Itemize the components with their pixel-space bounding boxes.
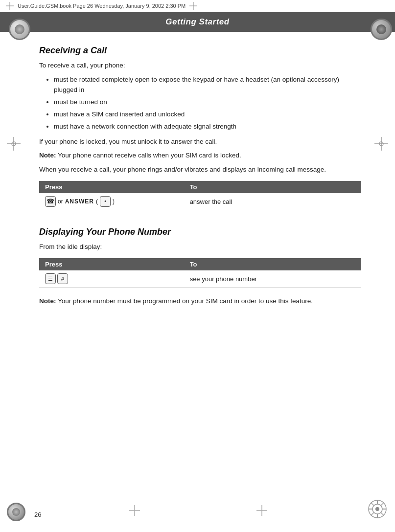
svg-point-12	[375, 507, 379, 511]
press-table-1: Press To ☎ or ANSWER ( • )	[39, 181, 361, 210]
section1-vibrate-text: When you receive a call, your phone ring…	[39, 165, 361, 175]
section1-intro: To receive a call, your phone:	[39, 61, 361, 71]
bullet-item: must be rotated completely open to expos…	[54, 75, 361, 95]
gear-icon-bottom-right	[367, 498, 388, 520]
header-band: Getting Started	[0, 12, 395, 32]
bullet-item: must have a SIM card inserted and unlock…	[54, 110, 361, 120]
ornament-mid-right	[374, 137, 388, 152]
page-container: User.Guide.GSM.book Page 26 Wednesday, J…	[0, 0, 395, 532]
ornament-top-right	[371, 19, 386, 34]
table1-col2-header: To	[184, 181, 361, 193]
note1-label: Note:	[39, 152, 56, 159]
crosshair-icon-left	[6, 2, 14, 10]
phone-key-icon: ☎ or ANSWER ( • )	[45, 196, 115, 207]
table-row: ☰ # see your phone number	[39, 270, 361, 288]
menu-hash-key-icon: ☰ #	[45, 273, 68, 284]
svg-line-20	[371, 512, 374, 515]
note1-text: Your phone cannot receive calls when you…	[56, 152, 241, 159]
note2-text: Your phone number must be programmed on …	[56, 297, 313, 305]
main-content: Receiving a Call To receive a call, your…	[0, 32, 395, 324]
table2-col2-header: To	[184, 258, 361, 270]
crosshair-bottom-left	[129, 505, 140, 517]
ornament-top-left	[9, 19, 24, 34]
table2-col1-header: Press	[39, 258, 184, 270]
bullet-item: must have a network connection with adeq…	[54, 122, 361, 132]
bullet-item: must be turned on	[54, 97, 361, 108]
section2-title: Displaying Your Phone Number	[39, 227, 361, 237]
svg-line-19	[381, 503, 384, 506]
section1-title: Receiving a Call	[39, 45, 361, 56]
crosshair-icon-right	[189, 2, 197, 10]
top-bar-filepath: User.Guide.GSM.book Page 26 Wednesday, J…	[18, 3, 186, 9]
table1-press-cell: ☎ or ANSWER ( • )	[39, 193, 184, 210]
table1-to-cell: answer the call	[184, 193, 361, 210]
svg-line-18	[381, 512, 384, 515]
header-title: Getting Started	[165, 17, 229, 27]
section2-note2: Note: Your phone number must be programm…	[39, 296, 361, 307]
table-row: ☎ or ANSWER ( • ) answer the call	[39, 193, 361, 210]
ornament-bottom-left	[7, 503, 25, 521]
crosshair-bottom-right	[256, 505, 267, 517]
ornament-mid-left	[7, 137, 21, 152]
section2-intro: From the idle display:	[39, 242, 361, 252]
ornament-bottom-right	[367, 498, 388, 521]
section1-locked-text: If your phone is locked, you must unlock…	[39, 137, 361, 147]
note2-label: Note:	[39, 297, 56, 305]
svg-line-17	[371, 503, 374, 506]
top-bar: User.Guide.GSM.book Page 26 Wednesday, J…	[0, 0, 395, 12]
table2-press-cell: ☰ #	[39, 270, 184, 288]
press-table-2: Press To ☰ # see your phone number	[39, 258, 361, 288]
table1-col1-header: Press	[39, 181, 184, 193]
page-number: 26	[34, 511, 41, 518]
section-gap	[39, 219, 361, 227]
table2-to-cell: see your phone number	[184, 270, 361, 288]
section1-bullets: must be rotated completely open to expos…	[54, 75, 361, 132]
section1-note1: Note: Your phone cannot receive calls wh…	[39, 151, 361, 161]
